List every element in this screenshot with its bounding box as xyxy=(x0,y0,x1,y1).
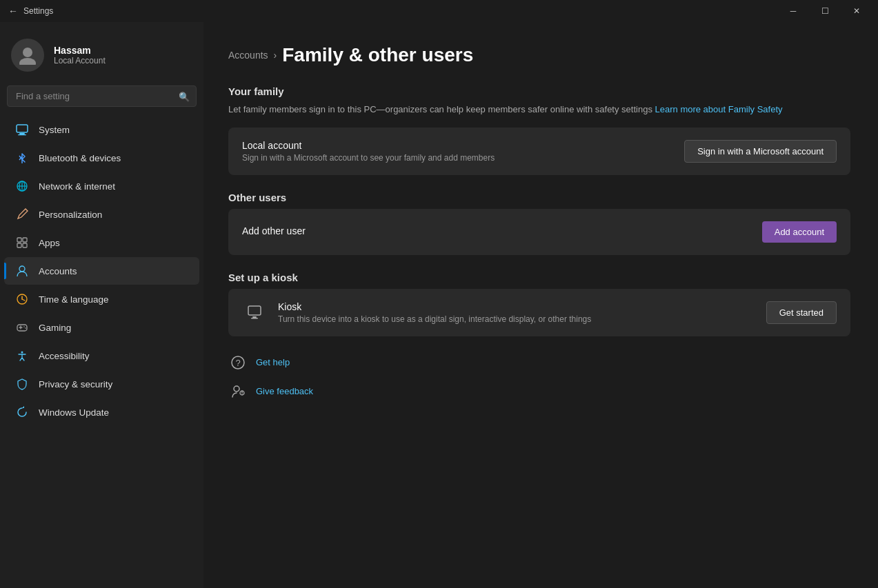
page-title: Family & other users xyxy=(282,44,473,66)
svg-point-20 xyxy=(23,326,25,327)
local-account-card: Local account Sign in with a Microsoft a… xyxy=(228,128,850,175)
svg-line-16 xyxy=(22,299,25,301)
sidebar-item-label-personalization: Personalization xyxy=(39,210,102,220)
back-icon[interactable]: ← xyxy=(8,6,18,17)
add-other-user-card: Add other user Add account xyxy=(228,209,850,255)
sidebar-item-label-accessibility: Accessibility xyxy=(39,351,90,361)
svg-rect-24 xyxy=(252,316,257,318)
sidebar-item-label-apps: Apps xyxy=(39,238,60,248)
system-icon xyxy=(15,123,29,136)
your-family-title: Your family xyxy=(228,85,850,97)
titlebar-title: Settings xyxy=(23,6,53,16)
svg-rect-4 xyxy=(18,134,26,135)
personalization-icon xyxy=(15,207,29,221)
breadcrumb-parent[interactable]: Accounts xyxy=(228,50,268,61)
give-feedback-link[interactable]: Give feedback xyxy=(256,386,313,396)
user-info: Hassam Local Account xyxy=(54,45,106,65)
kiosk-action: Get started xyxy=(766,301,837,324)
add-account-button[interactable]: Add account xyxy=(762,221,837,243)
local-account-info: Local account Sign in with a Microsoft a… xyxy=(242,140,495,163)
kiosk-card: Kiosk Turn this device into a kiosk to u… xyxy=(228,289,850,336)
user-profile[interactable]: Hassam Local Account xyxy=(0,28,203,85)
svg-point-31 xyxy=(242,394,243,394)
sidebar-item-gaming[interactable]: Gaming xyxy=(4,314,199,341)
kiosk-left: Kiosk Turn this device into a kiosk to u… xyxy=(242,301,591,324)
kiosk-icon xyxy=(242,304,267,321)
svg-point-21 xyxy=(25,327,26,329)
network-icon xyxy=(15,179,29,193)
your-family-section: Your family Let family members sign in t… xyxy=(228,85,850,175)
sidebar-item-label-system: System xyxy=(39,125,70,135)
main-content: Accounts › Family & other users Your fam… xyxy=(203,22,878,588)
svg-rect-25 xyxy=(251,318,258,319)
search-icon: 🔍 xyxy=(179,91,190,101)
sidebar-item-label-gaming: Gaming xyxy=(39,323,71,333)
svg-rect-23 xyxy=(248,306,261,315)
kiosk-section: Set up a kiosk Kiosk Turn xyxy=(228,272,850,336)
give-feedback-row: Give feedback xyxy=(228,382,850,401)
restore-button[interactable]: ☐ xyxy=(809,0,841,22)
bluetooth-icon xyxy=(15,151,29,165)
time-icon xyxy=(15,292,29,306)
kiosk-title: Kiosk xyxy=(278,301,591,312)
apps-icon xyxy=(15,236,29,250)
add-account-action: Add account xyxy=(762,221,837,243)
sidebar-item-label-accounts: Accounts xyxy=(39,266,77,276)
your-family-desc: Let family members sign in to this PC—or… xyxy=(228,103,850,116)
svg-point-13 xyxy=(19,266,25,272)
sidebar-item-time[interactable]: Time & language xyxy=(4,285,199,313)
sidebar-item-privacy[interactable]: Privacy & security xyxy=(4,370,199,398)
app-layout: Hassam Local Account 🔍 SystemBluetooth &… xyxy=(0,22,878,588)
sidebar-item-update[interactable]: Windows Update xyxy=(4,398,199,426)
add-other-user-info: Add other user xyxy=(242,225,306,239)
titlebar-controls: ─ ☐ ✕ xyxy=(777,0,872,22)
svg-rect-11 xyxy=(17,243,21,247)
gaming-icon xyxy=(15,321,29,334)
sidebar-item-label-privacy: Privacy & security xyxy=(39,379,112,389)
accessibility-icon xyxy=(15,349,29,363)
learn-more-link[interactable]: Learn more about Family Safety xyxy=(655,104,783,114)
sidebar-item-accessibility[interactable]: Accessibility xyxy=(4,342,199,369)
svg-text:?: ? xyxy=(236,358,241,368)
search-box[interactable]: 🔍 xyxy=(7,85,197,107)
svg-rect-2 xyxy=(17,125,28,132)
add-other-user-row: Add other user Add account xyxy=(228,209,850,255)
sidebar-item-network[interactable]: Network & internet xyxy=(4,172,199,200)
get-help-link[interactable]: Get help xyxy=(256,357,290,367)
search-input[interactable] xyxy=(7,85,197,107)
svg-point-28 xyxy=(234,386,239,392)
sidebar-item-label-update: Windows Update xyxy=(39,407,109,418)
sidebar-item-apps[interactable]: Apps xyxy=(4,229,199,256)
svg-rect-12 xyxy=(23,243,27,247)
update-icon xyxy=(15,405,29,419)
breadcrumb-separator: › xyxy=(274,50,277,61)
accounts-icon xyxy=(15,264,29,278)
sidebar-item-label-time: Time & language xyxy=(39,294,109,305)
svg-rect-9 xyxy=(17,238,21,242)
minimize-button[interactable]: ─ xyxy=(777,0,809,22)
svg-point-1 xyxy=(19,58,36,65)
add-other-user-title: Add other user xyxy=(242,225,306,236)
sidebar-item-system[interactable]: System xyxy=(4,116,199,143)
sign-in-microsoft-button[interactable]: Sign in with a Microsoft account xyxy=(684,140,837,163)
sidebar-item-accounts[interactable]: Accounts xyxy=(4,257,199,285)
privacy-icon xyxy=(15,377,29,391)
other-users-title: Other users xyxy=(228,192,850,203)
svg-rect-3 xyxy=(19,133,25,134)
close-button[interactable]: ✕ xyxy=(841,0,872,22)
get-started-button[interactable]: Get started xyxy=(766,301,837,324)
breadcrumb: Accounts › Family & other users xyxy=(228,44,850,66)
sidebar: Hassam Local Account 🔍 SystemBluetooth &… xyxy=(0,22,203,588)
titlebar-left: ← Settings xyxy=(8,6,53,17)
local-account-action: Sign in with a Microsoft account xyxy=(684,140,837,163)
give-feedback-icon xyxy=(228,382,248,401)
sidebar-item-bluetooth[interactable]: Bluetooth & devices xyxy=(4,144,199,172)
avatar xyxy=(11,39,44,72)
kiosk-info: Kiosk Turn this device into a kiosk to u… xyxy=(278,301,591,324)
local-account-title: Local account xyxy=(242,140,495,151)
sidebar-item-label-bluetooth: Bluetooth & devices xyxy=(39,153,121,163)
titlebar: ← Settings ─ ☐ ✕ xyxy=(0,0,878,22)
kiosk-subtitle: Turn this device into a kiosk to use as … xyxy=(278,314,591,324)
get-help-row: ? Get help xyxy=(228,353,850,372)
sidebar-item-personalization[interactable]: Personalization xyxy=(4,201,199,228)
